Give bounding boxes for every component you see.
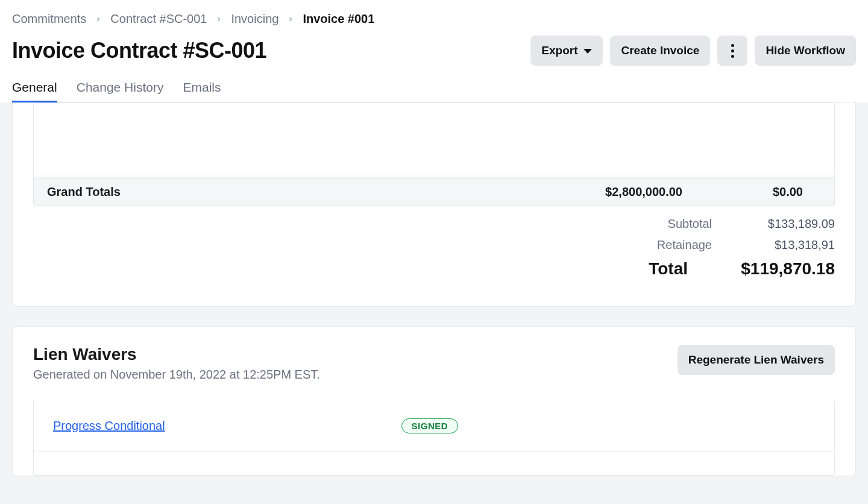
tab-general[interactable]: General (12, 80, 57, 102)
totals-card: Grand Totals $2,800,000.00 $0.00 Subtota… (12, 102, 856, 307)
tab-emails[interactable]: Emails (183, 80, 221, 102)
lien-waiver-row (34, 452, 834, 475)
page-body: Grand Totals $2,800,000.00 $0.00 Subtota… (0, 102, 868, 504)
hide-workflow-button[interactable]: Hide Workflow (755, 36, 856, 66)
breadcrumb: Commitments Contract #SC-001 Invoicing I… (12, 12, 856, 26)
status-badge: SIGNED (401, 418, 459, 433)
total-value: $119,870.18 (714, 259, 835, 279)
chevron-right-icon (215, 16, 222, 23)
more-actions-button[interactable] (717, 36, 747, 66)
page-title: Invoice Contract #SC-001 (12, 38, 266, 63)
chevron-right-icon (95, 16, 102, 23)
more-vertical-icon (731, 44, 734, 58)
tab-change-history[interactable]: Change History (77, 80, 164, 102)
lien-waiver-row: Progress Conditional SIGNED (34, 400, 834, 452)
lien-waivers-generated: Generated on November 19th, 2022 at 12:2… (33, 368, 320, 382)
lien-waivers-header: Lien Waivers Generated on November 19th,… (33, 345, 835, 382)
summary-totals: Subtotal $133,189.09 Retainage $13,318,9… (33, 213, 835, 282)
subtotal-row: Subtotal $133,189.09 (33, 213, 835, 235)
tabs: General Change History Emails (12, 80, 856, 102)
grand-totals-amount-2: $0.00 (682, 185, 821, 199)
title-bar: Invoice Contract #SC-001 Export Create I… (12, 36, 856, 66)
breadcrumb-contract[interactable]: Contract #SC-001 (110, 12, 207, 26)
caret-down-icon (583, 49, 592, 54)
regenerate-lien-waivers-button[interactable]: Regenerate Lien Waivers (678, 345, 835, 375)
retainage-row: Retainage $13,318,91 (33, 235, 835, 256)
lien-waiver-link[interactable]: Progress Conditional (53, 419, 165, 433)
breadcrumb-commitments[interactable]: Commitments (12, 12, 86, 26)
total-row: Total $119,870.18 (33, 256, 835, 282)
breadcrumb-current: Invoice #001 (303, 12, 374, 26)
subtotal-value: $133,189.09 (738, 217, 835, 231)
breadcrumb-invoicing[interactable]: Invoicing (231, 12, 278, 26)
grand-totals-label: Grand Totals (47, 185, 502, 199)
create-invoice-button[interactable]: Create Invoice (610, 36, 710, 66)
line-items-table: Grand Totals $2,800,000.00 $0.00 (33, 102, 835, 206)
retainage-label: Retainage (657, 238, 712, 252)
grand-totals-amount-1: $2,800,000.00 (502, 185, 682, 199)
total-label: Total (649, 259, 688, 279)
lien-waivers-card: Lien Waivers Generated on November 19th,… (12, 326, 856, 476)
export-label: Export (541, 44, 577, 57)
retainage-value: $13,318,91 (738, 238, 835, 252)
lien-waivers-title: Lien Waivers (33, 345, 320, 364)
action-buttons: Export Create Invoice Hide Workflow (530, 36, 856, 66)
grand-totals-row: Grand Totals $2,800,000.00 $0.00 (34, 178, 834, 206)
lien-waivers-list: Progress Conditional SIGNED (33, 400, 835, 476)
page-header: Commitments Contract #SC-001 Invoicing I… (0, 0, 868, 102)
subtotal-label: Subtotal (668, 217, 712, 231)
export-button[interactable]: Export (530, 36, 603, 66)
table-body-scroll[interactable] (34, 103, 834, 178)
chevron-right-icon (287, 16, 294, 23)
